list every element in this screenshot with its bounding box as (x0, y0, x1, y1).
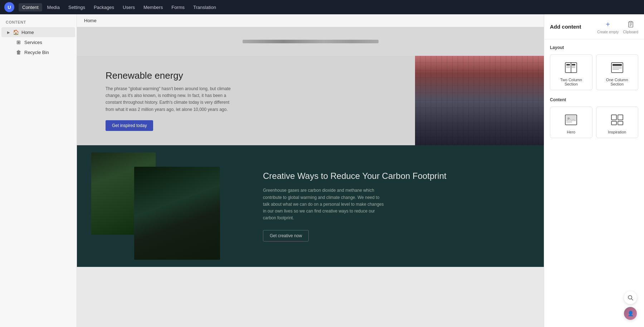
sidebar-item-home-label: Home (21, 30, 34, 35)
svg-rect-1 (630, 21, 632, 23)
recycle-icon: 🗑 (16, 49, 21, 55)
svg-rect-9 (566, 66, 570, 67)
hero-card[interactable]: Hero (550, 107, 592, 138)
renewable-image (415, 56, 544, 145)
svg-rect-8 (572, 64, 575, 65)
section-carbon: Creative Ways to Reduce Your Carbon Foot… (77, 145, 544, 267)
nav-item-packages[interactable]: Packages (90, 3, 118, 11)
home-icon: 🏠 (13, 29, 19, 35)
search-bottom-button[interactable] (624, 291, 637, 304)
create-empty-label: Create empty (597, 30, 619, 34)
svg-rect-14 (613, 64, 622, 66)
carbon-images (91, 152, 241, 260)
create-empty-icon: + (603, 19, 613, 29)
svg-rect-17 (613, 69, 619, 70)
page-preview: Renewable energy The phrase "global warm… (77, 27, 544, 267)
sidebar-item-recycle[interactable]: 🗑 Recycle Bin (1, 47, 75, 57)
building-overlay (415, 56, 544, 145)
svg-rect-22 (566, 123, 570, 124)
nav-item-settings[interactable]: Settings (65, 3, 89, 11)
carbon-body: Greenhouse gases are carbon dioxide and … (263, 187, 385, 221)
breadcrumb: Home (77, 14, 544, 27)
section-top-strip (77, 27, 544, 56)
nav-item-forms[interactable]: Forms (168, 3, 188, 11)
renewable-left: Renewable energy The phrase "global warm… (77, 56, 415, 145)
hero-label: Hero (567, 130, 575, 134)
svg-rect-24 (618, 115, 623, 120)
nav-item-translation[interactable]: Translation (190, 3, 220, 11)
carbon-title: Creative Ways to Reduce Your Carbon Foot… (263, 170, 530, 181)
top-nav: U Content Media Settings Packages Users … (0, 0, 644, 14)
right-panel-title: Add content (550, 24, 581, 30)
carbon-content: Creative Ways to Reduce Your Carbon Foot… (256, 156, 544, 256)
sidebar-item-services-label: Services (24, 40, 42, 45)
two-column-label: Two Column Section (554, 78, 589, 86)
nav-item-users[interactable]: Users (119, 3, 138, 11)
layout-section-title: Layout (550, 45, 638, 50)
nav-item-content[interactable]: Content (19, 3, 42, 11)
content-area: Home Renewable energy The phrase "global… (77, 14, 544, 327)
main-layout: Content ▶ 🏠 Home ⊞ Services 🗑 Recycle Bi… (0, 14, 644, 327)
right-panel-body: Layout (544, 39, 644, 151)
inspiration-icon (610, 113, 624, 127)
svg-rect-15 (613, 67, 622, 67)
two-column-icon (564, 60, 578, 75)
renewable-title: Renewable energy (106, 70, 401, 81)
sidebar: Content ▶ 🏠 Home ⊞ Services 🗑 Recycle Bi… (0, 14, 77, 327)
nav-item-media[interactable]: Media (44, 3, 63, 11)
get-inspired-button[interactable]: Get inspired today (106, 120, 153, 131)
logo: U (4, 2, 14, 12)
arrow-icon: ▶ (7, 30, 10, 34)
content-grid: Hero Inspiration (550, 107, 638, 138)
sidebar-item-home[interactable]: ▶ 🏠 Home (1, 27, 75, 37)
services-icon: ⊞ (16, 39, 21, 45)
user-avatar-button[interactable]: 👤 (624, 307, 637, 320)
svg-rect-12 (572, 67, 575, 68)
content-section-title: Content (550, 97, 638, 102)
two-column-card[interactable]: Two Column Section (550, 54, 592, 90)
sidebar-section-title: Content (0, 19, 77, 27)
right-panel-header: Add content + Create empty (544, 14, 644, 39)
panel-actions: + Create empty Clipboard (597, 19, 638, 34)
svg-rect-23 (611, 115, 616, 120)
svg-rect-26 (618, 121, 623, 125)
layout-grid: Two Column Section One Column Section (550, 54, 638, 90)
renewable-body: The phrase "global warming" hasn't been … (106, 86, 234, 113)
clipboard-button[interactable]: Clipboard (623, 19, 638, 34)
nav-item-members[interactable]: Members (140, 3, 166, 11)
sidebar-item-recycle-label: Recycle Bin (24, 50, 49, 55)
create-empty-button[interactable]: + Create empty (597, 19, 619, 34)
building-image (415, 56, 544, 145)
fern-image (134, 167, 220, 260)
inspiration-card[interactable]: Inspiration (596, 107, 639, 138)
svg-rect-21 (566, 122, 572, 122)
svg-rect-7 (566, 64, 570, 65)
hero-icon (564, 113, 578, 127)
inspiration-label: Inspiration (608, 130, 626, 134)
clipboard-icon (626, 19, 636, 29)
svg-rect-11 (572, 66, 575, 67)
sidebar-item-services[interactable]: ⊞ Services (1, 37, 75, 47)
strip-placeholder (243, 40, 379, 43)
section-renewable: Renewable energy The phrase "global warm… (77, 56, 544, 145)
svg-rect-25 (611, 121, 616, 125)
one-column-label: One Column Section (600, 78, 635, 86)
one-column-card[interactable]: One Column Section (596, 54, 639, 90)
clipboard-label: Clipboard (623, 30, 638, 34)
svg-rect-16 (613, 68, 622, 69)
one-column-icon (610, 60, 624, 75)
bottom-right-icons: 👤 (624, 291, 637, 320)
svg-line-28 (631, 299, 633, 300)
get-creative-button[interactable]: Get creative now (263, 230, 309, 241)
right-panel: Add content + Create empty (544, 14, 644, 327)
svg-rect-10 (566, 67, 570, 68)
